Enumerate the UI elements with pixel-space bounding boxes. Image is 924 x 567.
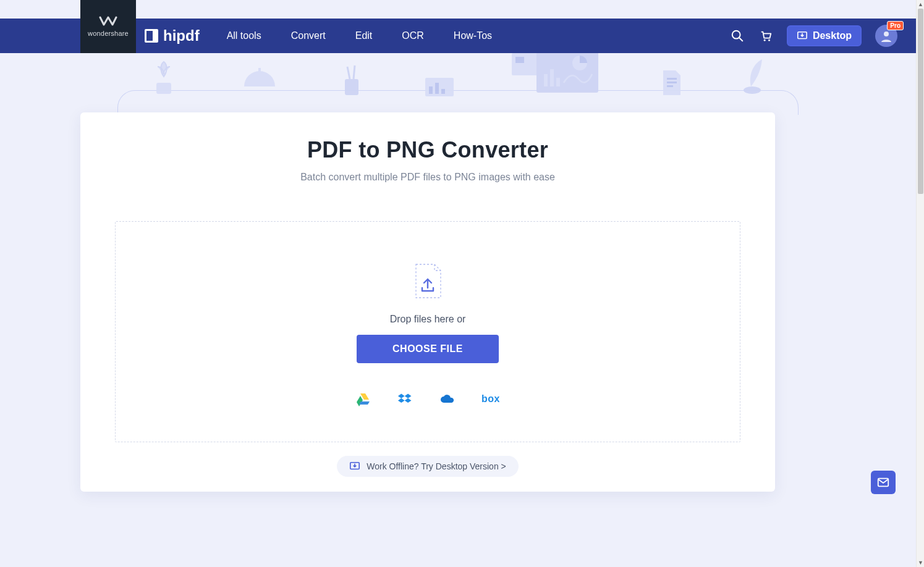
cart-icon[interactable] — [758, 28, 773, 43]
scroll-up-arrow-icon[interactable]: ▲ — [917, 0, 924, 9]
svg-rect-22 — [667, 78, 677, 80]
page-subtitle: Batch convert multiple PDF files to PNG … — [80, 172, 775, 183]
nav-item-howtos[interactable]: How-Tos — [454, 30, 492, 41]
desktop-button-label: Desktop — [813, 30, 852, 41]
svg-line-9 — [347, 67, 350, 79]
svg-rect-21 — [556, 78, 560, 86]
svg-rect-23 — [667, 82, 677, 83]
hipdf-logo[interactable]: hipdf — [145, 27, 200, 44]
svg-rect-24 — [667, 85, 673, 87]
dashboard-icon — [512, 49, 604, 99]
contact-mail-fab[interactable] — [871, 471, 896, 494]
user-avatar[interactable]: Pro — [875, 25, 897, 47]
pencil-cup-icon — [336, 62, 367, 99]
svg-point-5 — [884, 32, 889, 36]
scrollbar-thumb[interactable] — [918, 9, 923, 194]
svg-point-3 — [768, 40, 770, 41]
wondershare-logo-icon — [99, 16, 117, 27]
quill-icon — [740, 56, 771, 99]
decorative-banner — [117, 53, 799, 103]
pro-badge: Pro — [887, 21, 904, 30]
nav-item-ocr[interactable]: OCR — [402, 30, 424, 41]
box-icon[interactable]: box — [481, 392, 500, 406]
svg-rect-12 — [429, 86, 433, 94]
svg-rect-11 — [425, 78, 454, 96]
dropbox-icon[interactable] — [397, 392, 412, 406]
upload-file-icon — [412, 263, 443, 300]
svg-rect-13 — [435, 83, 439, 94]
nav-right: Desktop Pro — [730, 25, 897, 47]
nav-item-all-tools[interactable]: All tools — [227, 30, 261, 41]
svg-point-2 — [764, 40, 766, 41]
nav-item-convert[interactable]: Convert — [291, 30, 326, 41]
svg-point-18 — [572, 56, 587, 70]
scroll-down-arrow-icon[interactable]: ▼ — [917, 558, 924, 567]
svg-rect-8 — [345, 79, 358, 95]
svg-point-25 — [744, 86, 761, 94]
google-drive-icon[interactable] — [355, 392, 370, 406]
mail-icon — [876, 476, 890, 489]
svg-rect-19 — [544, 74, 548, 86]
svg-rect-16 — [515, 57, 524, 63]
svg-rect-6 — [156, 83, 171, 94]
download-desktop-icon — [797, 30, 808, 41]
choose-file-button[interactable]: CHOOSE FILE — [357, 335, 499, 363]
vertical-scrollbar[interactable]: ▲ ▼ — [916, 0, 924, 567]
wondershare-brand-block[interactable]: wondershare — [80, 0, 136, 53]
converter-card: PDF to PNG Converter Batch convert multi… — [80, 112, 775, 492]
svg-rect-14 — [441, 89, 445, 94]
document-icon — [659, 68, 684, 99]
cloud-sources-row: box — [355, 392, 500, 406]
svg-rect-17 — [536, 49, 598, 93]
onedrive-icon[interactable] — [439, 392, 454, 406]
desktop-button[interactable]: Desktop — [787, 25, 862, 46]
download-desktop-small-icon — [349, 461, 360, 472]
search-icon[interactable] — [730, 28, 745, 43]
hipdf-logo-text: hipdf — [163, 27, 200, 44]
offline-cta-text: Work Offline? Try Desktop Version > — [367, 461, 506, 471]
svg-rect-7 — [258, 68, 261, 77]
page-title: PDF to PNG Converter — [80, 137, 775, 163]
person-icon — [879, 28, 894, 43]
svg-line-1 — [739, 38, 742, 41]
nav-item-edit[interactable]: Edit — [355, 30, 373, 41]
nav-menu: All tools Convert Edit OCR How-Tos — [227, 30, 492, 41]
dropzone-hint: Drop files here or — [390, 314, 466, 325]
offline-cta-pill[interactable]: Work Offline? Try Desktop Version > — [337, 456, 519, 477]
bar-chart-icon — [423, 68, 456, 99]
wondershare-text: wondershare — [88, 30, 129, 37]
lamp-icon — [238, 68, 281, 99]
svg-rect-15 — [512, 53, 540, 75]
hipdf-logo-icon — [145, 29, 158, 43]
svg-line-10 — [354, 65, 355, 79]
svg-rect-20 — [550, 69, 554, 86]
main-navbar: hipdf All tools Convert Edit OCR How-Tos… — [0, 19, 916, 53]
file-dropzone[interactable]: Drop files here or CHOOSE FILE box — [115, 221, 740, 442]
plant-icon — [145, 56, 182, 99]
